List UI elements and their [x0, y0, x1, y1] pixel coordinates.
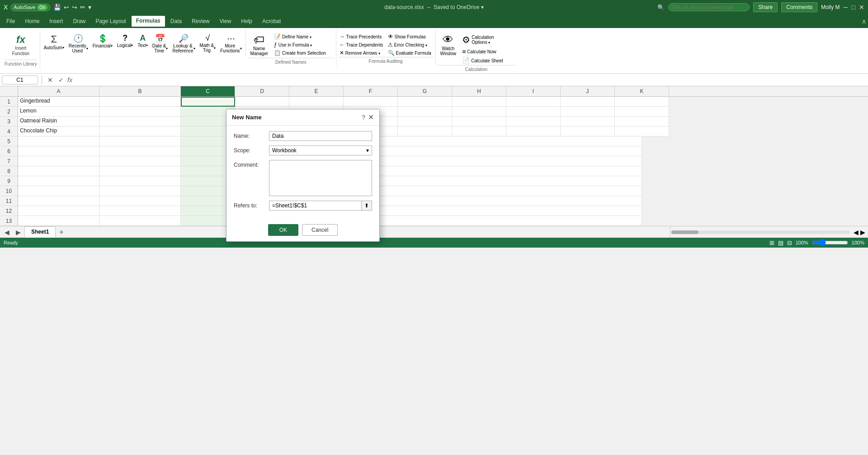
watch-window-label: WatchWindow [440, 46, 457, 56]
minimize-icon[interactable]: ─ [844, 4, 848, 11]
filename: data-source.xlsx [384, 4, 424, 10]
formula-input[interactable] [74, 76, 866, 84]
collapse-ribbon-icon[interactable]: ∧ [862, 18, 866, 25]
calculate-sheet-button[interactable]: 📄 Calculate Sheet [461, 56, 505, 65]
zoom-slider[interactable] [812, 239, 848, 246]
horizontal-scrollbar[interactable] [670, 226, 851, 238]
create-from-selection-button[interactable]: 📋 Create from Selection [273, 49, 327, 57]
error-checking-button[interactable]: ⚠ Error Checking ▾ [387, 41, 433, 49]
menu-formulas[interactable]: Formulas [132, 16, 165, 27]
cancel-formula-button[interactable]: ✕ [46, 75, 55, 84]
calculate-sheet-label: Calculate Sheet [471, 58, 503, 63]
use-in-formula-button[interactable]: ƒ Use in Formula ▾ [273, 41, 327, 49]
trace-dependents-button[interactable]: ← Trace Dependents [338, 41, 385, 49]
recently-used-button[interactable]: 🕐 RecentlyUsed ▾ [67, 32, 90, 55]
date-time-button[interactable]: 📅 Date &Time ▾ [151, 32, 170, 55]
confirm-formula-button[interactable]: ✓ [57, 75, 66, 84]
lookup-button[interactable]: 🔎 Lookup &Reference ▾ [170, 32, 197, 55]
status-text: Ready [4, 240, 18, 245]
evaluate-formula-label: Evaluate Formula [396, 51, 431, 56]
cell-reference[interactable]: C1 [2, 75, 38, 84]
comment-field-row: Comment: [234, 160, 372, 196]
add-sheet-button[interactable]: + [57, 227, 66, 237]
dialog-close-button[interactable]: ✕ [368, 113, 374, 122]
share-button[interactable]: Share [753, 2, 778, 12]
dialog-help-button[interactable]: ? [362, 114, 365, 121]
next-sheet-button[interactable]: ▶ [13, 228, 24, 237]
name-input[interactable] [269, 131, 372, 141]
remove-arrows-button[interactable]: ✕ Remove Arrows ▾ [338, 49, 385, 57]
autosum-button[interactable]: Σ AutoSum ▾ [42, 32, 66, 52]
calculate-now-button[interactable]: ≡ Calculate Now [461, 47, 505, 56]
prev-sheet-button[interactable]: ◀ [2, 228, 12, 237]
refers-to-row: ⬆ [269, 201, 372, 211]
text-button[interactable]: A Text ▾ [136, 32, 149, 50]
menu-home[interactable]: Home [20, 16, 44, 26]
cancel-button[interactable]: Cancel [302, 224, 338, 236]
name-field-row: Name: [234, 131, 372, 141]
menu-help[interactable]: Help [236, 16, 257, 26]
evaluate-formula-icon: 🔍 [388, 50, 395, 56]
comment-textarea[interactable] [269, 160, 372, 196]
dialog-title: New Name [232, 114, 262, 121]
scroll-left-button[interactable]: ◀ [854, 229, 859, 236]
ok-button[interactable]: OK [268, 224, 298, 236]
calculation-options-button[interactable]: ⚙ CalculationOptions ▾ [461, 33, 505, 47]
maximize-icon[interactable]: □ [852, 4, 855, 11]
math-trig-button[interactable]: √ Math &Trig ▾ [198, 32, 218, 55]
more-functions-button[interactable]: ⋯ MoreFunctions ▾ [218, 32, 243, 55]
autosave-toggle[interactable]: AutoSave On [10, 4, 51, 11]
watch-window-button[interactable]: 👁 WatchWindow [438, 32, 459, 58]
scroll-right-button[interactable]: ▶ [860, 229, 865, 236]
menu-view[interactable]: View [215, 16, 236, 26]
menu-acrobat[interactable]: Acrobat [258, 16, 285, 26]
error-checking-label: Error Checking ▾ [394, 42, 427, 47]
show-formulas-button[interactable]: 👁 Show Formulas [387, 33, 433, 41]
calculate-sheet-icon: 📄 [462, 57, 470, 64]
page-layout-icon[interactable]: ⊞ [769, 239, 774, 246]
close-icon[interactable]: ✕ [859, 4, 864, 11]
name-manager-button[interactable]: 🏷 NameManager [248, 32, 271, 58]
menu-draw[interactable]: Draw [68, 16, 90, 26]
menu-page-layout[interactable]: Page Layout [91, 16, 130, 26]
normal-view-icon[interactable]: ▤ [778, 239, 783, 246]
redo-icon[interactable]: ↪ [72, 4, 77, 11]
logical-button[interactable]: ? Logical ▾ [115, 32, 135, 50]
evaluate-formula-button[interactable]: 🔍 Evaluate Formula [387, 49, 433, 57]
customize-icon[interactable]: ✏ [80, 4, 85, 11]
refers-to-input[interactable] [269, 201, 361, 211]
scope-select[interactable]: Workbook ▾ [269, 145, 372, 155]
insert-function-button[interactable]: fx InsertFunction [9, 32, 33, 59]
sheet-tab-sheet1[interactable]: Sheet1 [24, 226, 56, 238]
save-icon[interactable]: 💾 [53, 4, 61, 11]
page-break-icon[interactable]: ⊟ [787, 239, 792, 246]
new-name-dialog: New Name ? ✕ Name: Scope: Workbook ▾ [226, 109, 380, 242]
financial-icon: 💲 [98, 33, 108, 43]
define-name-button[interactable]: 📝 Define Name ▾ [273, 33, 327, 41]
menu-data[interactable]: Data [166, 16, 186, 26]
menu-insert[interactable]: Insert [45, 16, 67, 26]
search-input[interactable] [668, 3, 750, 11]
math-icon: √ [205, 33, 210, 43]
financial-button[interactable]: 💲 Financial ▾ [91, 32, 114, 50]
autosave-state[interactable]: On [37, 5, 47, 10]
scope-field-label: Scope: [234, 145, 265, 154]
scroll-thumb[interactable] [671, 230, 698, 234]
dialog-body: Name: Scope: Workbook ▾ Comment: [226, 126, 379, 220]
logical-label: Logical ▾ [117, 43, 133, 48]
more-commands-icon[interactable]: ▾ [88, 4, 91, 11]
undo-icon[interactable]: ↩ [64, 4, 69, 11]
saved-chevron[interactable]: ▾ [481, 4, 484, 10]
menu-file[interactable]: File [2, 16, 19, 26]
comments-button[interactable]: Comments [781, 2, 817, 12]
trace-dependents-icon: ← [340, 42, 345, 48]
autosave-label: AutoSave [14, 5, 35, 10]
recently-used-label: RecentlyUsed ▾ [69, 43, 88, 53]
menu-review[interactable]: Review [187, 16, 214, 26]
dialog-titlebar[interactable]: New Name ? ✕ [226, 109, 379, 126]
menu-bar: File Home Insert Draw Page Layout Formul… [0, 14, 868, 28]
ribbon-insert-function-group: fx InsertFunction Function Library [2, 30, 40, 70]
trace-precedents-button[interactable]: → Trace Precedents [338, 33, 385, 41]
remove-arrows-label: Remove Arrows ▾ [345, 51, 380, 56]
refers-to-collapse-button[interactable]: ⬆ [361, 201, 372, 211]
